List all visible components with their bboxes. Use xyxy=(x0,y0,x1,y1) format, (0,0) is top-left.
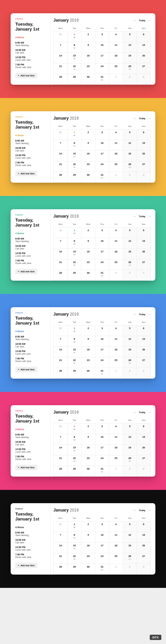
calendar-day-cell[interactable]: 311 xyxy=(95,74,109,85)
calendar-day-cell[interactable]: 7 xyxy=(54,238,68,249)
calendar-day-cell[interactable]: 29 xyxy=(67,270,81,281)
calendar-day-cell[interactable]: 2 xyxy=(123,466,137,477)
calendar-day-cell[interactable]: 18 xyxy=(109,249,123,259)
calendar-day-cell[interactable]: 2 xyxy=(123,74,137,85)
calendar-day-cell[interactable]: 17 xyxy=(95,445,109,455)
calendar-day-cell[interactable]: 14 xyxy=(54,53,68,63)
agenda-item[interactable]: 10:00 AM Call Jane xyxy=(15,49,46,54)
calendar-day-cell[interactable]: 18 xyxy=(109,53,123,63)
calendar-day-cell[interactable]: 3 xyxy=(95,130,109,140)
calendar-day-cell[interactable]: 23 xyxy=(81,357,95,368)
agenda-item[interactable]: 10:00 AM Call Jane xyxy=(15,245,46,250)
calendar-day-cell[interactable]: 2 xyxy=(81,521,95,532)
calendar-day-cell[interactable]: 23 xyxy=(81,63,95,74)
calendar-day-cell[interactable]: 221 xyxy=(67,63,81,74)
calendar-day-cell[interactable]: 25 xyxy=(109,455,123,466)
calendar-day-cell[interactable]: 2 xyxy=(123,564,137,575)
calendar-day-cell[interactable]: 31 xyxy=(54,325,68,336)
calendar-day-cell[interactable]: 23 xyxy=(81,455,95,466)
calendar-day-cell[interactable]: 16 xyxy=(81,151,95,161)
calendar-day-cell[interactable]: 14 xyxy=(67,325,81,336)
calendar-day-cell[interactable]: 1 xyxy=(109,270,123,281)
agenda-item[interactable]: 12:00 PM Lunch with John xyxy=(15,56,46,61)
next-month-button[interactable]: → xyxy=(148,215,151,218)
agenda-item[interactable]: 8:00 AM Team Meeting xyxy=(15,531,46,536)
agenda-item[interactable]: 7:00 PM Dinner with Jane xyxy=(15,259,46,264)
calendar-day-cell[interactable]: 12 xyxy=(123,238,137,249)
calendar-day-cell[interactable]: 221 xyxy=(67,259,81,270)
calendar-day-cell[interactable]: 221 xyxy=(67,455,81,466)
calendar-day-cell[interactable]: 31 xyxy=(54,130,68,140)
calendar-day-cell[interactable]: 6 xyxy=(137,325,151,336)
calendar-day-cell[interactable]: 24 xyxy=(95,455,109,466)
calendar-day-cell[interactable]: 261 xyxy=(123,553,137,564)
calendar-day-cell[interactable]: 2 xyxy=(123,368,137,379)
add-item-button[interactable]: + Add new item xyxy=(15,367,37,372)
calendar-day-cell[interactable]: 4 xyxy=(109,423,123,434)
calendar-day-cell[interactable]: 3 xyxy=(95,228,109,238)
calendar-day-cell[interactable]: 14 xyxy=(54,445,68,455)
calendar-day-cell[interactable]: 311 xyxy=(95,270,109,281)
next-month-button[interactable]: → xyxy=(148,117,151,120)
calendar-day-cell[interactable]: 11 xyxy=(109,532,123,543)
calendar-day-cell[interactable]: 10 xyxy=(95,434,109,445)
calendar-day-cell[interactable]: 30 xyxy=(81,74,95,85)
calendar-day-cell[interactable]: 31 xyxy=(54,521,68,532)
calendar-day-cell[interactable]: 13 xyxy=(137,42,151,53)
calendar-day-cell[interactable]: 4 xyxy=(109,228,123,238)
agenda-item[interactable]: 8:00 AM Team Meeting xyxy=(15,433,46,438)
calendar-day-cell[interactable]: 11 xyxy=(109,238,123,249)
calendar-day-cell[interactable]: 5 xyxy=(123,32,137,42)
calendar-day-cell[interactable]: 28 xyxy=(54,564,68,575)
calendar-day-cell[interactable]: 5 xyxy=(123,228,137,238)
calendar-day-cell[interactable]: 25 xyxy=(109,259,123,270)
prev-month-button[interactable]: ← xyxy=(133,215,136,218)
calendar-day-cell[interactable]: 151 xyxy=(67,543,81,553)
agenda-item[interactable]: 7:00 PM Dinner with Jane xyxy=(15,357,46,362)
calendar-day-cell[interactable]: 10 xyxy=(95,238,109,249)
calendar-day-cell[interactable]: 21 xyxy=(54,455,68,466)
calendar-day-cell[interactable]: 17 xyxy=(95,543,109,553)
calendar-day-cell[interactable]: 18 xyxy=(109,151,123,161)
calendar-day-cell[interactable]: 5 xyxy=(123,325,137,336)
calendar-day-cell[interactable]: 24 xyxy=(95,553,109,564)
calendar-day-cell[interactable]: 14 xyxy=(54,249,68,259)
calendar-day-cell[interactable]: 29 xyxy=(67,466,81,477)
calendar-day-cell[interactable]: 11 xyxy=(109,336,123,347)
calendar-day-cell[interactable]: 2 xyxy=(81,228,95,238)
calendar-day-cell[interactable]: 30 xyxy=(81,466,95,477)
calendar-day-cell[interactable]: 29 xyxy=(67,172,81,183)
calendar-day-cell[interactable]: 2 xyxy=(81,130,95,140)
agenda-item[interactable]: 7:00 PM Dinner with Jane xyxy=(15,553,46,558)
calendar-day-cell[interactable]: 81 xyxy=(67,532,81,543)
calendar-day-cell[interactable]: 221 xyxy=(67,357,81,368)
calendar-day-cell[interactable]: 12 xyxy=(123,434,137,445)
calendar-day-cell[interactable]: 14 xyxy=(54,151,68,161)
calendar-day-cell[interactable]: 21 xyxy=(54,63,68,74)
calendar-day-cell[interactable]: 18 xyxy=(109,347,123,357)
calendar-day-cell[interactable]: 10 xyxy=(95,140,109,151)
calendar-day-cell[interactable]: 221 xyxy=(67,553,81,564)
calendar-day-cell[interactable]: 30 xyxy=(81,368,95,379)
calendar-day-cell[interactable]: 29 xyxy=(67,564,81,575)
calendar-day-cell[interactable]: 24 xyxy=(95,357,109,368)
calendar-day-cell[interactable]: 6 xyxy=(137,130,151,140)
calendar-day-cell[interactable]: 13 xyxy=(137,532,151,543)
agenda-item[interactable]: 8:00 AM Team Meeting xyxy=(15,42,46,46)
agenda-item[interactable]: 10:00 AM Call Jane xyxy=(15,147,46,152)
calendar-day-cell[interactable]: 20 xyxy=(137,249,151,259)
calendar-day-cell[interactable]: 16 xyxy=(81,249,95,259)
calendar-day-cell[interactable]: 3 xyxy=(137,74,151,85)
prev-month-button[interactable]: ← xyxy=(133,19,136,22)
calendar-day-cell[interactable]: 6 xyxy=(137,228,151,238)
calendar-day-cell[interactable]: 261 xyxy=(123,63,137,74)
calendar-day-cell[interactable]: 1 xyxy=(109,368,123,379)
calendar-day-cell[interactable]: 151 xyxy=(67,347,81,357)
calendar-day-cell[interactable]: 28 xyxy=(54,270,68,281)
calendar-day-cell[interactable]: 16 xyxy=(81,347,95,357)
add-item-button[interactable]: + Add new item xyxy=(15,563,37,568)
calendar-day-cell[interactable]: 20 xyxy=(137,53,151,63)
calendar-day-cell[interactable]: 6 xyxy=(137,32,151,42)
add-item-button[interactable]: + Add new item xyxy=(15,465,37,470)
calendar-day-cell[interactable]: 261 xyxy=(123,259,137,270)
